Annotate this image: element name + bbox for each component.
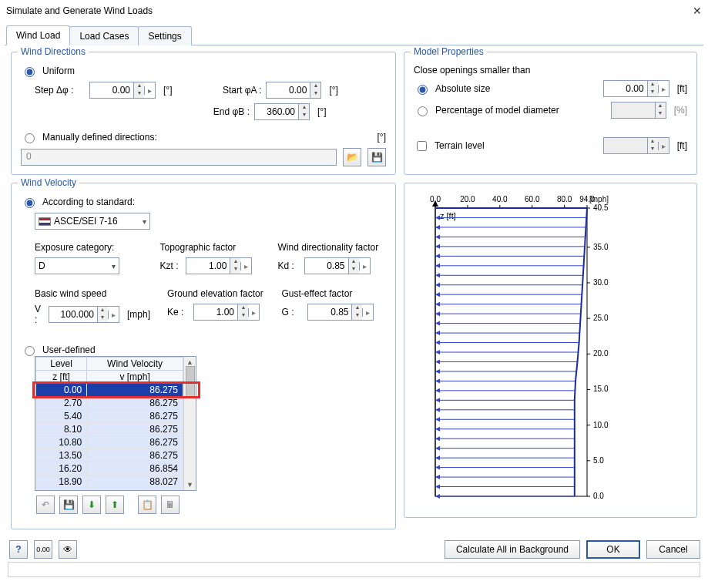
scroll-thumb[interactable] (186, 366, 195, 397)
svg-marker-70 (435, 331, 440, 335)
scrollbar[interactable]: ▲ ▼ (183, 357, 196, 490)
radio-percentage[interactable] (418, 106, 428, 116)
label-terrain-level: Terrain level (435, 140, 599, 151)
label-absolute-size: Absolute size (435, 83, 599, 94)
svg-text:35.0: 35.0 (593, 243, 609, 251)
input-absolute-size[interactable]: ▴▾ ▸ (603, 80, 669, 97)
chart-svg: 0.020.040.060.080.094.0[mph]0.05.010.015… (409, 188, 613, 512)
label-gust-effect: Gust-effect factor (281, 288, 386, 299)
flag-us-icon (39, 217, 51, 226)
radio-uniform[interactable] (25, 67, 35, 77)
radio-user-defined[interactable] (25, 346, 35, 356)
input-kzt[interactable]: ▴▾ ▸ (186, 257, 252, 274)
unit-manual: [°] (377, 132, 386, 143)
radio-manual[interactable] (25, 133, 35, 143)
input-v[interactable]: ▴▾ ▸ (49, 306, 119, 323)
input-step[interactable]: ▴▾ ▸ (89, 82, 156, 99)
input-start-field[interactable] (267, 83, 310, 97)
check-terrain-level[interactable] (417, 141, 427, 151)
legend-model-properties: Model Properties (411, 46, 487, 57)
tab-load-cases[interactable]: Load Cases (69, 26, 139, 45)
table-row[interactable]: 5.4086.275 (36, 410, 183, 423)
cancel-button[interactable]: Cancel (646, 540, 700, 559)
select-exposure[interactable]: D ▾ (35, 257, 119, 274)
radio-according-standard[interactable] (25, 198, 35, 208)
label-uniform: Uniform (42, 66, 75, 76)
svg-text:60.0: 60.0 (525, 195, 540, 203)
undo-icon[interactable]: ↶ (36, 496, 55, 514)
svg-marker-90 (435, 234, 440, 239)
input-g[interactable]: ▴▾ ▸ (307, 304, 374, 321)
paste-icon[interactable]: 📋 (138, 496, 156, 514)
table-row[interactable]: 8.1086.275 (36, 423, 183, 436)
svg-text:20.0: 20.0 (593, 349, 609, 358)
input-end[interactable]: ▴▾ (254, 103, 310, 120)
svg-marker-38 (435, 485, 440, 489)
save-disk-icon[interactable]: 💾 (59, 496, 78, 514)
select-standard[interactable]: ASCE/SEI 7-16 ▾ (35, 213, 150, 230)
table-row[interactable]: 0.0086.275 (36, 384, 183, 397)
radio-absolute-size[interactable] (418, 85, 428, 95)
svg-marker-84 (435, 264, 440, 268)
svg-text:40.5: 40.5 (593, 203, 609, 212)
table-row[interactable]: 2.7086.275 (36, 397, 183, 410)
label-basic-wind-speed: Basic wind speed (35, 288, 150, 299)
table-row[interactable]: 18.9088.027 (36, 475, 183, 489)
export-excel-icon[interactable]: ⬇ (82, 496, 101, 514)
button-calculate-background[interactable]: Calculate All in Background (445, 540, 580, 559)
import-excel-icon[interactable]: ⬆ (106, 496, 124, 514)
input-step-field[interactable] (90, 83, 133, 97)
input-end-field[interactable] (255, 105, 298, 119)
table-row[interactable]: 21.6089.055 (36, 489, 183, 491)
label-topographic: Topographic factor (159, 242, 260, 253)
scroll-down-icon[interactable]: ▼ (186, 481, 193, 489)
close-icon[interactable]: ✕ (693, 5, 702, 17)
help-icon[interactable]: ? (9, 540, 28, 559)
table-row[interactable]: 10.8086.275 (36, 436, 183, 449)
label-kd: Kd : (278, 260, 300, 271)
tab-wind-load[interactable]: Wind Load (6, 25, 70, 45)
table-velocity-profile[interactable]: Level Wind Velocity z [ft] v [mph] 0.008… (35, 356, 196, 491)
svg-marker-94 (435, 215, 440, 220)
input-start[interactable]: ▴▾ (266, 82, 321, 99)
label-percentage: Percentage of model diameter (435, 105, 606, 116)
select-standard-value: ASCE/SEI 7-16 (54, 216, 118, 227)
spinner-options-icon[interactable]: ▸ (144, 86, 155, 95)
chevron-down-icon: ▾ (112, 262, 116, 270)
col-level: Level (36, 358, 87, 371)
table-row[interactable]: 16.2086.854 (36, 462, 183, 475)
svg-marker-56 (435, 398, 440, 402)
label-ground-elevation: Ground elevation factor (167, 288, 264, 299)
spinner-down-icon[interactable]: ▾ (310, 90, 320, 98)
input-terrain-level: ▴▾ ▸ (603, 137, 669, 154)
unit-v: [mph] (127, 309, 150, 320)
tab-strip: Wind Load Load Cases Settings (0, 25, 708, 45)
input-ke[interactable]: ▴▾ ▸ (193, 304, 260, 321)
ok-button[interactable]: OK (586, 540, 640, 559)
svg-text:20.0: 20.0 (460, 195, 475, 203)
svg-marker-54 (435, 408, 440, 412)
calculator-icon[interactable]: 🖩 (161, 496, 180, 514)
units-icon[interactable]: 0.00 (34, 540, 52, 559)
unit-step: [°] (163, 85, 172, 96)
view-icon[interactable]: 👁 (59, 540, 77, 559)
scroll-up-icon[interactable]: ▲ (186, 358, 193, 366)
spinner-down-icon[interactable]: ▾ (134, 90, 144, 98)
svg-marker-82 (435, 273, 440, 277)
save-disk-icon[interactable]: 💾 (367, 148, 386, 166)
folder-open-icon[interactable]: 📂 (343, 148, 361, 166)
group-wind-velocity: Wind Velocity According to standard: ASC… (11, 183, 396, 529)
svg-marker-62 (435, 369, 440, 374)
input-percentage: ▴▾ (611, 102, 666, 119)
tab-settings[interactable]: Settings (138, 26, 191, 45)
unit-terrain: [ft] (677, 140, 687, 151)
unit-end: [°] (317, 106, 326, 117)
spinner-down-icon[interactable]: ▾ (299, 112, 309, 119)
svg-marker-36 (435, 494, 440, 499)
svg-marker-74 (435, 311, 440, 316)
input-kd[interactable]: ▴▾ ▸ (304, 257, 371, 274)
table-row[interactable]: 13.5086.275 (36, 449, 183, 462)
svg-marker-52 (435, 417, 440, 422)
svg-marker-68 (435, 341, 440, 345)
svg-marker-88 (435, 244, 440, 249)
